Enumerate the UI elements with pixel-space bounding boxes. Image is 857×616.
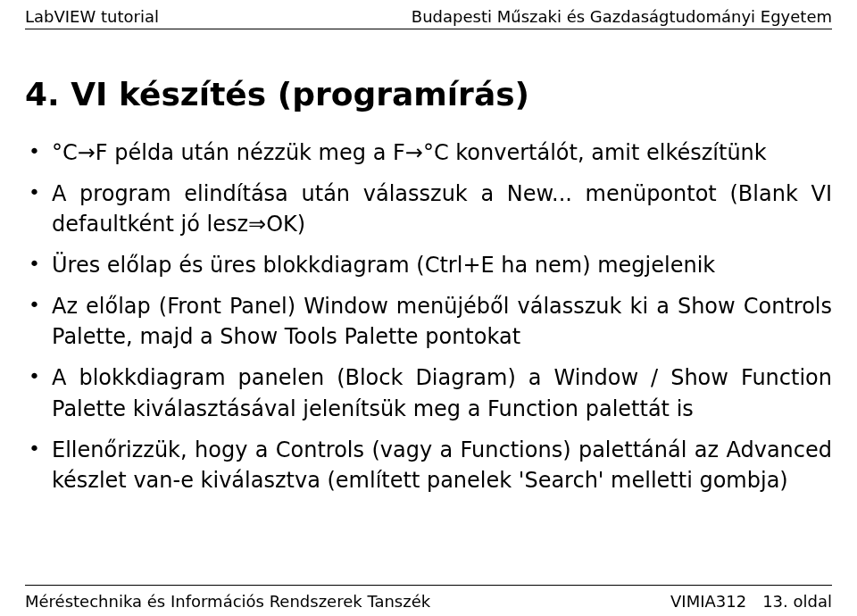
header-left: LabVIEW tutorial xyxy=(25,7,159,26)
bullet-icon: • xyxy=(29,137,40,165)
list-item: •A program elindítása után válasszuk a N… xyxy=(25,179,832,239)
footer-left: Méréstechnika és Információs Rendszerek … xyxy=(25,592,430,611)
bullet-list: •°C→F példa után nézzük meg a F→°C konve… xyxy=(25,137,832,495)
list-item-text: Az előlap (Front Panel) Window menüjéből… xyxy=(52,294,832,349)
footer-rule xyxy=(25,585,832,586)
bullet-icon: • xyxy=(29,435,40,462)
list-item: •Ellenőrizzük, hogy a Controls (vagy a F… xyxy=(25,435,832,495)
footer-page: 13. oldal xyxy=(762,592,832,611)
list-item-text: Ellenőrizzük, hogy a Controls (vagy a Fu… xyxy=(52,437,832,493)
page-title: 4. VI készítés (programírás) xyxy=(25,76,832,112)
page-footer: Méréstechnika és Információs Rendszerek … xyxy=(25,592,832,611)
list-item-text: °C→F példa után nézzük meg a F→°C konver… xyxy=(52,140,767,165)
bullet-icon: • xyxy=(29,362,40,390)
bullet-icon: • xyxy=(29,250,40,278)
footer-course: VIMIA312 xyxy=(670,592,746,611)
page-header: LabVIEW tutorial Budapesti Műszaki és Ga… xyxy=(0,0,857,29)
footer-right: VIMIA312 13. oldal xyxy=(670,592,832,611)
list-item: •A blokkdiagram panelen (Block Diagram) … xyxy=(25,362,832,423)
header-right: Budapesti Műszaki és Gazdaságtudományi E… xyxy=(412,7,832,26)
list-item-text: Üres előlap és üres blokkdiagram (Ctrl+E… xyxy=(52,253,715,278)
list-item-text: A blokkdiagram panelen (Block Diagram) a… xyxy=(52,365,832,420)
list-item: •Az előlap (Front Panel) Window menüjébő… xyxy=(25,291,832,352)
bullet-icon: • xyxy=(29,179,40,206)
list-item: •Üres előlap és üres blokkdiagram (Ctrl+… xyxy=(25,250,832,280)
list-item-text: A program elindítása után válasszuk a Ne… xyxy=(52,181,832,237)
page-content: 4. VI készítés (programírás) •°C→F példa… xyxy=(0,29,857,495)
list-item: •°C→F példa után nézzük meg a F→°C konve… xyxy=(25,137,832,168)
bullet-icon: • xyxy=(29,291,40,319)
